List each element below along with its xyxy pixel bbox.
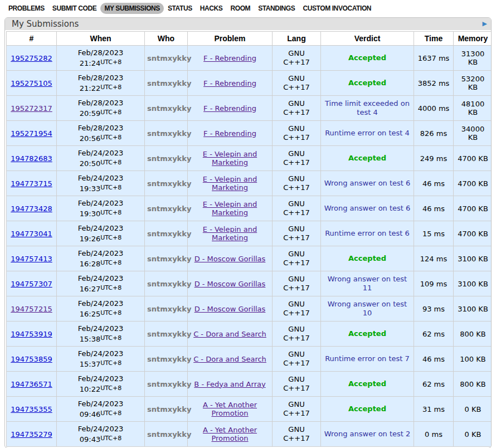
memory-cell: 4700 KB [454, 196, 492, 221]
user-handle[interactable]: sntmxykky [147, 154, 191, 163]
problem-link[interactable]: F - Rebrending [203, 79, 256, 87]
when-cell: Feb/24/2023 16:25UTC+8 [57, 296, 145, 322]
user-handle[interactable]: sntmxykky [147, 380, 191, 388]
verdict-cell: Accepted [321, 397, 414, 422]
submission-id-link[interactable]: 195272317 [11, 104, 52, 113]
problem-link[interactable]: F - Rebrending [203, 54, 256, 62]
verdict-label[interactable]: Wrong answer on test 6 [324, 204, 411, 212]
user-handle[interactable]: sntmxykky [147, 104, 191, 113]
nav-item-status[interactable]: STATUS [164, 3, 196, 14]
when-cell: Feb/24/2023 10:22UTC+8 [57, 372, 145, 397]
verdict-label[interactable]: Wrong answer on test 11 [328, 275, 407, 292]
problem-link[interactable]: D - Moscow Gorillas [194, 255, 266, 263]
submission-id-cell: 194757307 [7, 271, 57, 296]
user-handle[interactable]: sntmxykky [147, 280, 191, 288]
who-cell: sntmxykky [145, 372, 188, 397]
user-handle[interactable]: sntmxykky [147, 129, 191, 138]
problem-link[interactable]: E - Velepin and Marketing [203, 225, 257, 242]
problem-link[interactable]: D - Moscow Gorillas [194, 305, 266, 313]
who-cell: sntmxykky [145, 121, 188, 146]
user-handle[interactable]: sntmxykky [147, 330, 191, 338]
problem-link[interactable]: E - Velepin and Marketing [203, 175, 257, 192]
nav-item-custom-invocation[interactable]: CUSTOM INVOCATION [299, 3, 375, 14]
verdict-label[interactable]: Accepted [348, 329, 386, 338]
submissions-table: #WhenWhoProblemLangVerdictTimeMemory 195… [6, 31, 492, 447]
memory-used: 34000 KB [461, 125, 484, 142]
submission-id-link[interactable]: 194735279 [11, 430, 52, 439]
problem-link[interactable]: D - Moscow Gorillas [194, 280, 266, 288]
problem-cell: F - Rebrending [188, 71, 273, 96]
submission-id-link[interactable]: 194736571 [11, 380, 52, 388]
submission-id-link[interactable]: 194735355 [11, 405, 52, 413]
verdict-label[interactable]: Accepted [348, 254, 386, 262]
timezone-label: UTC+8 [100, 334, 121, 342]
timezone-label: UTC+8 [100, 309, 121, 316]
nav-item-submit-code[interactable]: SUBMIT CODE [48, 3, 101, 14]
verdict-label[interactable]: Accepted [348, 53, 386, 62]
problem-link[interactable]: C - Dora and Search [193, 330, 266, 338]
nav-item-standings[interactable]: STANDINGS [254, 3, 299, 14]
verdict-label[interactable]: Accepted [348, 405, 386, 413]
verdict-label[interactable]: Wrong answer on test 10 [328, 300, 407, 317]
verdict-label[interactable]: Wrong answer on test 6 [324, 179, 411, 187]
timezone-label: UTC+8 [100, 109, 121, 116]
timezone-label: UTC+8 [100, 384, 121, 392]
user-handle[interactable]: sntmxykky [147, 230, 191, 238]
submission-id-link[interactable]: 194753859 [11, 355, 52, 363]
submission-id-link[interactable]: 194782683 [11, 154, 52, 163]
execution-time: 1637 ms [418, 54, 450, 62]
verdict-label[interactable]: Accepted [348, 79, 386, 87]
user-handle[interactable]: sntmxykky [147, 430, 191, 439]
problem-link[interactable]: F - Rebrending [203, 129, 256, 138]
nav-item-room[interactable]: ROOM [226, 3, 254, 14]
nav-item-my-submissions[interactable]: MY SUBMISSIONS [100, 3, 164, 14]
user-handle[interactable]: sntmxykky [147, 355, 191, 363]
verdict-label[interactable]: Accepted [348, 379, 386, 388]
verdict-label[interactable]: Runtime error on test 7 [325, 354, 410, 363]
user-handle[interactable]: sntmxykky [147, 79, 191, 87]
memory-cell: 53200 KB [454, 71, 492, 96]
verdict-label[interactable]: Wrong answer on test 2 [324, 430, 411, 438]
submission-id-link[interactable]: 195275282 [11, 54, 52, 62]
memory-cell: 0 KB [454, 422, 492, 447]
problem-link[interactable]: B - Fedya and Array [194, 380, 265, 388]
problem-cell: D - Moscow Gorillas [188, 271, 273, 296]
submission-id-link[interactable]: 194757215 [11, 305, 52, 313]
submission-id-link[interactable]: 194773041 [11, 230, 52, 238]
column-header-time: Time [414, 32, 454, 46]
user-handle[interactable]: sntmxykky [147, 54, 191, 62]
verdict-label[interactable]: Runtime error on test 4 [325, 129, 410, 137]
verdict-label[interactable]: Runtime error on test 6 [325, 229, 410, 237]
problem-link[interactable]: A - Yet Another Promotion [203, 426, 257, 442]
submission-time: 09:46UTC+8 [59, 408, 142, 419]
expand-arrow-icon[interactable]: ▶ [483, 20, 487, 28]
nav-item-problems[interactable]: PROBLEMS [4, 3, 48, 14]
memory-used: 4700 KB [458, 230, 488, 238]
time-cell: 4000 ms [414, 96, 454, 121]
submission-id-link[interactable]: 194773715 [11, 179, 52, 188]
problem-link[interactable]: A - Yet Another Promotion [203, 401, 257, 417]
problem-link[interactable]: C - Dora and Search [193, 355, 266, 363]
who-cell: sntmxykky [145, 146, 188, 171]
verdict-label[interactable]: Accepted [348, 154, 386, 162]
who-cell: sntmxykky [145, 397, 188, 422]
submission-id-link[interactable]: 195271954 [11, 129, 52, 138]
nav-item-hacks[interactable]: HACKS [196, 3, 227, 14]
problem-link[interactable]: F - Rebrending [203, 104, 256, 113]
column-header-verdict: Verdict [321, 32, 414, 46]
lang-cell: GNU C++17 [273, 71, 321, 96]
table-row: 194735355 Feb/24/2023 09:46UTC+8 sntmxyk… [7, 397, 492, 422]
problem-link[interactable]: E - Velepin and Marketing [203, 150, 257, 167]
problem-link[interactable]: E - Velepin and Marketing [203, 200, 257, 217]
submission-id-link[interactable]: 194773428 [11, 204, 52, 213]
submission-id-link[interactable]: 195275105 [11, 79, 52, 87]
submission-id-link[interactable]: 194757413 [11, 255, 52, 263]
user-handle[interactable]: sntmxykky [147, 204, 191, 213]
submission-id-link[interactable]: 194753919 [11, 330, 52, 338]
verdict-label[interactable]: Time limit exceeded on test 4 [325, 99, 410, 116]
user-handle[interactable]: sntmxykky [147, 405, 191, 413]
user-handle[interactable]: sntmxykky [147, 305, 191, 313]
user-handle[interactable]: sntmxykky [147, 255, 191, 263]
user-handle[interactable]: sntmxykky [147, 179, 191, 188]
submission-id-link[interactable]: 194757307 [11, 280, 52, 288]
